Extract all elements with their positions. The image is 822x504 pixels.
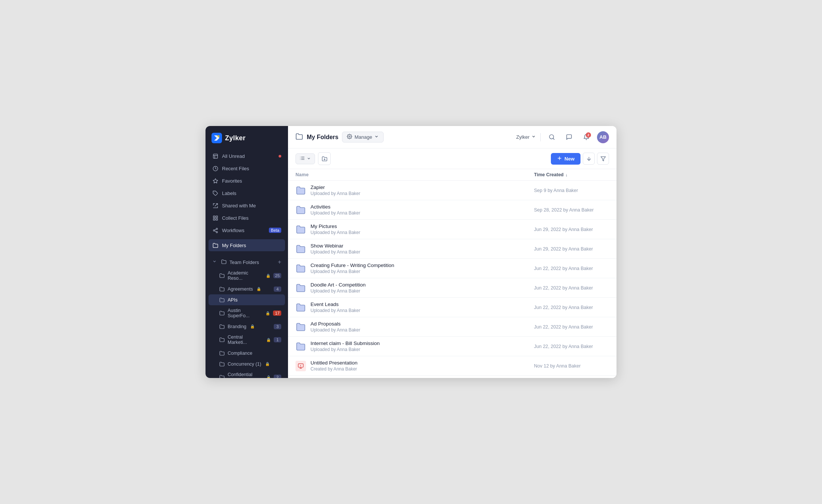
chat-button[interactable] — [562, 131, 575, 144]
table-row[interactable]: Ad Proposals Uploaded by Anna Baker Jun … — [288, 317, 616, 337]
brand-name: Zylker — [225, 134, 246, 142]
chat-icon — [566, 134, 572, 140]
sidebar-item-all-unread[interactable]: All Unread — [208, 150, 285, 162]
file-name: Creating Future - Writing Competition — [310, 262, 394, 268]
table-row[interactable]: Untitled Presentation Created by Anna Ba… — [288, 356, 616, 376]
file-row-left: Creating Future - Writing Competition Up… — [296, 262, 534, 274]
team-folder-label: Academic Reso... — [228, 270, 262, 281]
avatar[interactable]: AB — [597, 131, 609, 143]
brand-logo-icon — [212, 133, 222, 143]
table-row[interactable]: Doodle Art - Competition Uploaded by Ann… — [288, 278, 616, 298]
table-row[interactable]: Zapier Uploaded by Anna Baker Sep 9 by A… — [288, 181, 616, 200]
table-row[interactable]: Show Webinar Uploaded by Anna Baker Jun … — [288, 239, 616, 259]
table-row[interactable]: Activities Uploaded by Anna Baker Sep 28… — [288, 200, 616, 220]
beta-badge: Beta — [269, 228, 281, 233]
topbar-right: Zylker 2 AB — [516, 131, 609, 144]
main-content: My Folders Manage Zylker — [288, 126, 616, 378]
sidebar-item-concurrency[interactable]: Concurrency (1) 🔒 — [208, 358, 285, 369]
collect-icon — [212, 215, 218, 221]
team-folder-label: Concurrency (1) — [228, 362, 261, 367]
add-team-folder-button[interactable]: + — [278, 259, 281, 266]
chevron-down-icon — [374, 134, 379, 140]
sidebar-item-label: Labels — [222, 190, 281, 196]
workflow-icon — [212, 227, 218, 233]
folder-icon — [296, 244, 306, 254]
svg-line-18 — [214, 229, 216, 230]
file-time: Jun 22, 2022 by Anna Baker — [534, 344, 609, 349]
manage-button[interactable]: Manage — [342, 132, 384, 142]
chevron-down-icon — [531, 134, 536, 140]
view-toggle-button[interactable] — [296, 153, 315, 164]
new-button[interactable]: New — [551, 153, 580, 165]
sidebar-item-workflows[interactable]: Workflows Beta — [208, 224, 285, 236]
lock-icon: 🔒 — [266, 274, 270, 278]
main-nav: All Unread Recent Files Favorites — [206, 148, 288, 238]
sidebar-item-confidential-fil[interactable]: Confidential Fil... 🔒 2 — [208, 369, 285, 378]
lock-icon: 🔒 — [266, 375, 271, 378]
sidebar-item-collect-files[interactable]: Collect Files — [208, 212, 285, 224]
notification-button[interactable]: 2 — [580, 131, 592, 144]
file-info: Doodle Art - Competition Uploaded by Ann… — [310, 282, 366, 294]
svg-marker-33 — [601, 156, 606, 160]
sidebar-item-favorites[interactable]: Favorites — [208, 175, 285, 187]
toolbar-right: New — [551, 153, 609, 165]
team-folder-label: Agreements — [228, 286, 253, 292]
table-row[interactable]: Internet claim - Bill Submission Uploade… — [288, 337, 616, 356]
file-subtitle: Uploaded by Anna Baker — [310, 230, 360, 235]
table-row[interactable]: Creating Future - Writing Competition Up… — [288, 259, 616, 278]
manage-label: Manage — [354, 134, 372, 140]
lock-icon: 🔒 — [266, 311, 270, 315]
svg-point-19 — [349, 136, 351, 137]
table-row[interactable]: Event Leads Uploaded by Anna Baker Jun 2… — [288, 298, 616, 317]
user-name-label: Zylker — [516, 134, 530, 140]
file-name: Show Webinar — [310, 243, 360, 249]
svg-rect-12 — [216, 218, 217, 220]
sidebar-item-compliance[interactable]: Compliance — [208, 348, 285, 358]
file-subtitle: Uploaded by Anna Baker — [310, 288, 366, 294]
sidebar-item-agreements[interactable]: Agreements 🔒 4 — [208, 284, 285, 294]
list-view-icon — [300, 156, 305, 162]
folder-icon — [219, 273, 225, 279]
file-row-left: Ad Proposals Uploaded by Anna Baker — [296, 321, 534, 333]
sidebar-item-my-folders[interactable]: My Folders — [208, 239, 285, 251]
sidebar-item-apis[interactable]: APIs — [208, 294, 285, 305]
sidebar-item-austin-superfo[interactable]: Austin SuperFo... 🔒 17 — [208, 305, 285, 321]
sidebar-item-labels[interactable]: Labels — [208, 187, 285, 199]
svg-marker-5 — [213, 178, 218, 183]
table-row[interactable]: My Pictures Uploaded by Anna Baker Jun 2… — [288, 220, 616, 239]
file-row-left: Activities Uploaded by Anna Baker — [296, 204, 534, 216]
col-time-header[interactable]: Time Created ↓ — [534, 172, 609, 177]
chevron-down-icon — [307, 156, 311, 162]
sidebar-item-academic-reso[interactable]: Academic Reso... 🔒 25 — [208, 268, 285, 284]
toolbar-left — [296, 152, 548, 165]
folder-count-badge: 17 — [273, 310, 281, 316]
sidebar-item-label: Collect Files — [222, 215, 281, 221]
svg-marker-37 — [300, 365, 302, 366]
search-button[interactable] — [545, 131, 558, 144]
user-name-button[interactable]: Zylker — [516, 134, 536, 140]
sidebar-item-branding[interactable]: Branding 🔒 3 — [208, 321, 285, 332]
team-folders-header[interactable]: Team Folders + — [208, 256, 285, 268]
folder-icon — [219, 324, 225, 329]
team-folder-label: Branding — [228, 324, 246, 329]
sidebar-item-central-marketi[interactable]: Central Marketi... 🔒 1 — [208, 332, 285, 348]
brand-header[interactable]: Zylker — [206, 126, 288, 148]
new-button-label: New — [564, 156, 574, 162]
folder-icon — [296, 283, 306, 293]
new-folder-button[interactable] — [318, 152, 331, 165]
sort-button[interactable] — [583, 153, 595, 165]
team-folders-section: Team Folders + Academic Reso... 🔒 25 Agr… — [206, 253, 288, 378]
folder-icon-main — [296, 133, 303, 142]
sidebar-item-shared-with-me[interactable]: Shared with Me — [208, 200, 285, 212]
file-name: Doodle Art - Competition — [310, 282, 366, 288]
file-name: Event Leads — [310, 302, 360, 307]
filter-button[interactable] — [597, 153, 609, 165]
folder-icon — [296, 322, 306, 332]
team-folder-label: Central Marketi... — [228, 334, 262, 345]
folder-icon — [296, 205, 306, 215]
tag-icon — [212, 190, 218, 196]
sidebar-item-recent-files[interactable]: Recent Files — [208, 162, 285, 174]
chevron-down-icon — [212, 259, 218, 265]
file-row-left: Doodle Art - Competition Uploaded by Ann… — [296, 282, 534, 294]
file-info: Show Webinar Uploaded by Anna Baker — [310, 243, 360, 255]
